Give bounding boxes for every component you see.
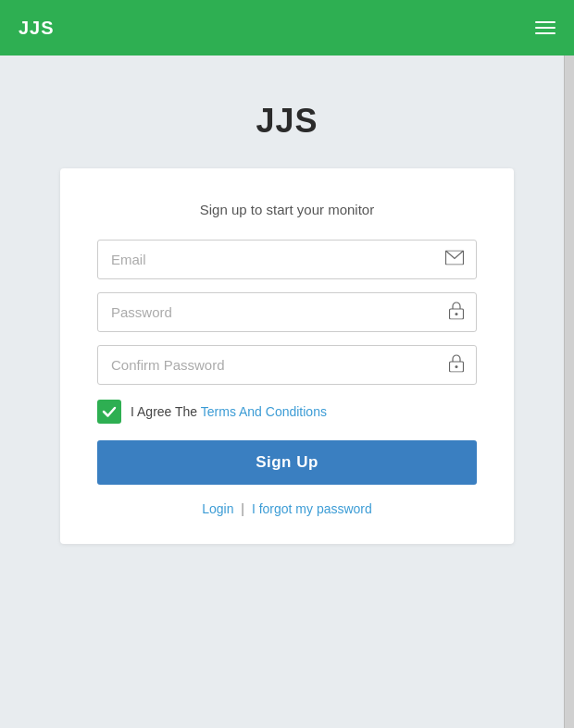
- email-input-group: [97, 240, 477, 279]
- confirm-password-input-group: [97, 345, 477, 385]
- terms-checkbox-row: I Agree The Terms And Conditions: [97, 400, 477, 424]
- signup-button[interactable]: Sign Up: [97, 440, 477, 485]
- terms-link[interactable]: Terms And Conditions: [201, 404, 327, 419]
- navbar-brand: JJS: [19, 18, 55, 39]
- login-link[interactable]: Login: [202, 501, 233, 516]
- separator: |: [241, 501, 244, 516]
- signup-card: Sign up to start your monitor: [60, 168, 514, 544]
- password-input-group: [97, 292, 477, 332]
- forgot-password-link[interactable]: I forgot my password: [252, 501, 372, 516]
- card-subtitle: Sign up to start your monitor: [97, 202, 477, 217]
- password-field[interactable]: [97, 292, 477, 332]
- page-title: JJS: [256, 102, 318, 141]
- main-content: JJS Sign up to start your monitor: [0, 56, 574, 544]
- email-field[interactable]: [97, 240, 477, 279]
- navbar: JJS: [0, 0, 574, 56]
- confirm-password-field[interactable]: [97, 345, 477, 385]
- terms-label: I Agree The Terms And Conditions: [131, 404, 327, 419]
- hamburger-menu-icon[interactable]: [535, 21, 555, 34]
- footer-links: Login | I forgot my password: [97, 501, 477, 516]
- terms-checkbox[interactable]: [97, 400, 121, 424]
